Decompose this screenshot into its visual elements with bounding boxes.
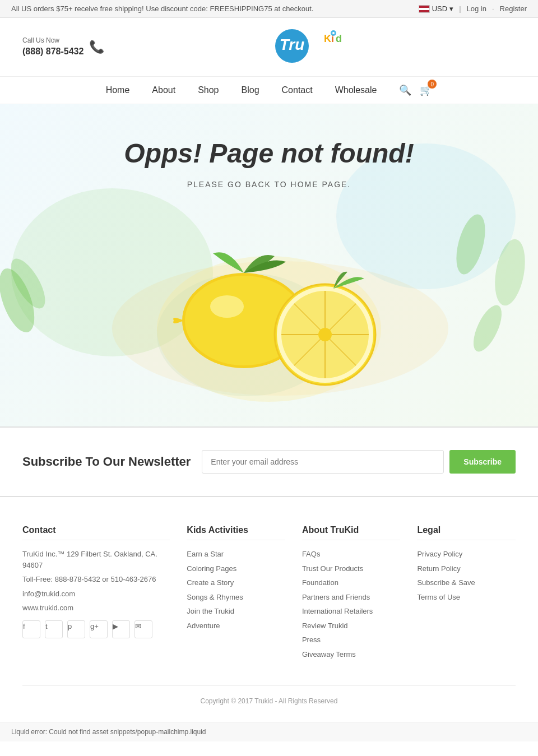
login-link[interactable]: Log in: [467, 4, 486, 13]
footer-link-faqs[interactable]: FAQs: [302, 549, 401, 560]
logo-svg: Tru K i d: [271, 26, 349, 66]
search-icon[interactable]: 🔍: [399, 84, 411, 96]
footer-about-title: About TruKid: [302, 525, 401, 540]
newsletter-section: Subscribe To Our Newsletter Subscribe: [0, 426, 538, 497]
social-pinterest[interactable]: p: [67, 620, 85, 638]
currency-label: USD: [432, 4, 447, 13]
footer-legal-col: Legal Privacy Policy Return Policy Subsc…: [417, 525, 516, 663]
cart-badge: 0: [428, 80, 437, 89]
error-subtitle: PLEASE GO BACK TO HOME PAGE.: [22, 180, 516, 189]
footer-link-privacy[interactable]: Privacy Policy: [417, 549, 516, 560]
lemon-svg: [146, 217, 392, 402]
footer-link-review[interactable]: Review Trukid: [302, 620, 401, 632]
newsletter-form: Subscribe: [202, 450, 516, 474]
divider: |: [459, 4, 461, 13]
promo-message: All US orders $75+ receive free shipping…: [11, 4, 313, 13]
top-bar: All US orders $75+ receive free shipping…: [0, 0, 538, 18]
footer-bottom: Copyright © 2017 Trukid - All Rights Res…: [22, 685, 516, 705]
call-label: Call Us Now: [22, 36, 84, 45]
footer-link-giveaway[interactable]: Giveaway Terms: [302, 649, 401, 660]
nav-contact[interactable]: Contact: [282, 82, 313, 98]
footer-link-create-story[interactable]: Create a Story: [187, 577, 285, 588]
footer-about-col: About TruKid FAQs Trust Our Products Fou…: [302, 525, 401, 663]
social-facebook[interactable]: f: [22, 620, 40, 638]
footer-link-foundation[interactable]: Foundation: [302, 577, 401, 588]
phone-info: Call Us Now (888) 878-5432: [22, 36, 84, 58]
footer-link-earn-star[interactable]: Earn a Star: [187, 549, 285, 560]
footer-link-join-trukid[interactable]: Join the Trukid: [187, 606, 285, 617]
footer-link-return[interactable]: Return Policy: [417, 563, 516, 574]
nav-wholesale[interactable]: Wholesale: [335, 82, 377, 98]
footer-contact-title: Contact: [22, 525, 170, 540]
nav-about[interactable]: About: [152, 82, 175, 98]
footer-kids-activities-title: Kids Activities: [187, 525, 285, 540]
footer-kids-activities-col: Kids Activities Earn a Star Coloring Pag…: [187, 525, 285, 663]
social-google-plus[interactable]: g+: [90, 620, 108, 638]
flag-icon: [419, 5, 430, 13]
register-link[interactable]: Register: [500, 4, 527, 13]
footer: Contact TruKid Inc.™ 129 Filbert St. Oak…: [0, 497, 538, 722]
svg-point-26: [318, 328, 332, 341]
error-title: Opps! Page not found!: [22, 138, 516, 169]
footer-link-adventure[interactable]: Adventure: [187, 620, 285, 632]
nav-shop[interactable]: Shop: [198, 82, 219, 98]
header: Call Us Now (888) 878-5432 📞 Tru K i d: [0, 18, 538, 76]
footer-link-trust-products[interactable]: Trust Our Products: [302, 563, 401, 574]
social-youtube[interactable]: ▶: [112, 620, 130, 638]
logo[interactable]: Tru K i d: [271, 26, 349, 68]
footer-link-coloring-pages[interactable]: Coloring Pages: [187, 563, 285, 574]
newsletter-email-input[interactable]: [202, 450, 444, 474]
social-icons: f t p g+ ▶ ✉: [22, 620, 170, 642]
copyright: Copyright © 2017 Trukid - All Rights Res…: [201, 697, 338, 705]
footer-link-international[interactable]: International Retailers: [302, 606, 401, 617]
footer-contact-col: Contact TruKid Inc.™ 129 Filbert St. Oak…: [22, 525, 170, 663]
newsletter-title: Subscribe To Our Newsletter: [22, 454, 191, 470]
social-twitter[interactable]: t: [45, 620, 63, 638]
cart-icon[interactable]: 🛒 0: [420, 84, 432, 96]
top-bar-right: USD ▾ | Log in · Register: [419, 4, 527, 13]
footer-address: TruKid Inc.™ 129 Filbert St. Oakland, CA…: [22, 549, 170, 571]
nav-blog[interactable]: Blog: [242, 82, 259, 98]
error-content: Opps! Page not found! PLEASE GO BACK TO …: [22, 138, 516, 404]
social-email[interactable]: ✉: [134, 620, 152, 638]
footer-link-partners[interactable]: Partners and Friends: [302, 592, 401, 603]
subscribe-button[interactable]: Subscribe: [449, 450, 516, 474]
svg-point-6: [332, 32, 335, 34]
nav-home[interactable]: Home: [106, 82, 130, 98]
currency-selector[interactable]: USD ▾: [419, 4, 453, 13]
phone-icon: 📞: [89, 40, 104, 54]
svg-text:Tru: Tru: [280, 36, 305, 53]
nav-icons: 🔍 🛒 0: [399, 84, 432, 96]
main-nav: Home About Shop Blog Contact Wholesale 🔍…: [0, 76, 538, 104]
lemon-illustration: [146, 217, 392, 404]
phone-section: Call Us Now (888) 878-5432 📞: [22, 36, 104, 58]
footer-email[interactable]: info@trukid.com: [22, 588, 170, 600]
footer-link-songs-rhymes[interactable]: Songs & Rhymes: [187, 592, 285, 603]
chevron-down-icon: ▾: [449, 4, 453, 13]
svg-point-19: [210, 295, 244, 318]
footer-tollfree: Toll-Free: 888-878-5432 or 510-463-2676: [22, 574, 170, 585]
footer-link-terms[interactable]: Terms of Use: [417, 592, 516, 603]
footer-columns: Contact TruKid Inc.™ 129 Filbert St. Oak…: [22, 525, 516, 663]
error-section: Opps! Page not found! PLEASE GO BACK TO …: [0, 104, 538, 426]
divider2: ·: [492, 4, 494, 13]
svg-text:d: d: [336, 33, 342, 44]
footer-link-press[interactable]: Press: [302, 634, 401, 646]
phone-number[interactable]: (888) 878-5432: [22, 47, 84, 56]
footer-website[interactable]: www.trukid.com: [22, 602, 170, 614]
svg-text:K: K: [324, 33, 331, 44]
footer-legal-title: Legal: [417, 525, 516, 540]
footer-link-subscribe-save[interactable]: Subscribe & Save: [417, 577, 516, 588]
liquid-error-notice: Liquid error: Could not find asset snipp…: [0, 722, 538, 741]
